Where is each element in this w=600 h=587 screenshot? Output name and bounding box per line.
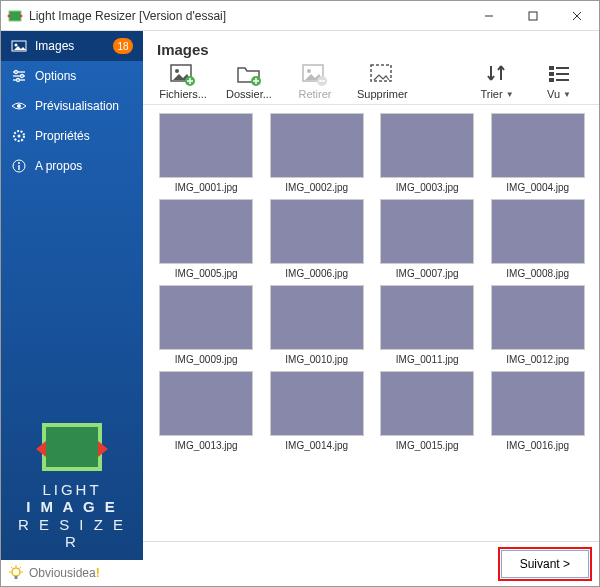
image-thumbnail[interactable]: IMG_0008.jpg bbox=[487, 199, 590, 279]
image-thumbnail[interactable]: IMG_0011.jpg bbox=[376, 285, 479, 365]
maximize-button[interactable] bbox=[511, 1, 555, 31]
thumbnail-caption: IMG_0010.jpg bbox=[285, 354, 348, 365]
sidebar-item-properties[interactable]: Propriétés bbox=[1, 121, 143, 151]
svg-point-11 bbox=[21, 75, 24, 78]
thumbnail-image bbox=[270, 113, 364, 178]
image-thumbnail[interactable]: IMG_0015.jpg bbox=[376, 371, 479, 451]
svg-point-19 bbox=[12, 568, 20, 576]
thumbnail-image bbox=[159, 113, 253, 178]
thumbnail-caption: IMG_0009.jpg bbox=[175, 354, 238, 365]
image-thumbnail[interactable]: IMG_0009.jpg bbox=[155, 285, 258, 365]
toolbar-add-folder[interactable]: Dossier... bbox=[225, 62, 273, 100]
image-thumbnail[interactable]: IMG_0007.jpg bbox=[376, 199, 479, 279]
thumbnail-image bbox=[270, 199, 364, 264]
thumbnail-caption: IMG_0016.jpg bbox=[506, 440, 569, 451]
brand-bar[interactable]: Obviousidea! bbox=[1, 560, 143, 586]
thumbnail-image bbox=[380, 113, 474, 178]
svg-rect-35 bbox=[549, 66, 554, 70]
sidebar-item-label: Images bbox=[35, 39, 74, 53]
gear-icon bbox=[11, 128, 27, 144]
image-gallery: IMG_0001.jpgIMG_0002.jpgIMG_0003.jpgIMG_… bbox=[155, 113, 589, 451]
image-thumbnail[interactable]: IMG_0010.jpg bbox=[266, 285, 369, 365]
close-button[interactable] bbox=[555, 1, 599, 31]
image-add-icon bbox=[169, 62, 197, 86]
svg-point-13 bbox=[17, 104, 21, 108]
brand-text: Obviousidea! bbox=[29, 566, 100, 580]
thumbnail-image bbox=[380, 285, 474, 350]
thumbnail-image bbox=[491, 285, 585, 350]
image-thumbnail[interactable]: IMG_0001.jpg bbox=[155, 113, 258, 193]
sidebar-item-preview[interactable]: Prévisualisation bbox=[1, 91, 143, 121]
minimize-button[interactable] bbox=[467, 1, 511, 31]
image-thumbnail[interactable]: IMG_0012.jpg bbox=[487, 285, 590, 365]
image-thumbnail[interactable]: IMG_0004.jpg bbox=[487, 113, 590, 193]
window-title: Light Image Resizer [Version d'essai] bbox=[29, 9, 226, 23]
thumbnail-caption: IMG_0014.jpg bbox=[285, 440, 348, 451]
thumbnail-caption: IMG_0006.jpg bbox=[285, 268, 348, 279]
thumbnail-caption: IMG_0002.jpg bbox=[285, 182, 348, 193]
toolbar-label: Supprimer bbox=[357, 88, 408, 100]
image-thumbnail[interactable]: IMG_0013.jpg bbox=[155, 371, 258, 451]
eye-icon bbox=[11, 98, 27, 114]
thumbnail-image bbox=[491, 199, 585, 264]
image-thumbnail[interactable]: IMG_0003.jpg bbox=[376, 113, 479, 193]
svg-point-12 bbox=[17, 79, 20, 82]
thumbnail-image bbox=[380, 199, 474, 264]
thumbnail-caption: IMG_0015.jpg bbox=[396, 440, 459, 451]
thumbnail-image bbox=[270, 285, 364, 350]
svg-point-15 bbox=[18, 135, 21, 138]
footer: Suivant > bbox=[143, 541, 599, 586]
chevron-down-icon: ▼ bbox=[506, 90, 514, 99]
toolbar-view[interactable]: Vu▼ bbox=[535, 62, 583, 100]
image-thumbnail[interactable]: IMG_0002.jpg bbox=[266, 113, 369, 193]
sidebar-item-images[interactable]: Images 18 bbox=[1, 31, 143, 61]
toolbar-label: Trier bbox=[480, 88, 502, 100]
svg-rect-40 bbox=[556, 79, 569, 81]
toolbar-add-files[interactable]: Fichiers... bbox=[159, 62, 207, 100]
svg-rect-39 bbox=[556, 73, 569, 75]
sort-icon bbox=[483, 62, 511, 86]
images-icon bbox=[11, 38, 27, 54]
image-thumbnail[interactable]: IMG_0006.jpg bbox=[266, 199, 369, 279]
thumbnail-image bbox=[491, 371, 585, 436]
toolbar-delete[interactable]: Supprimer bbox=[357, 62, 408, 100]
thumbnail-caption: IMG_0001.jpg bbox=[175, 182, 238, 193]
svg-rect-37 bbox=[549, 78, 554, 82]
thumbnail-image bbox=[380, 371, 474, 436]
thumbnail-caption: IMG_0005.jpg bbox=[175, 268, 238, 279]
svg-point-28 bbox=[175, 69, 179, 73]
sidebar-item-label: Options bbox=[35, 69, 76, 83]
thumbnail-caption: IMG_0012.jpg bbox=[506, 354, 569, 365]
image-thumbnail[interactable]: IMG_0005.jpg bbox=[155, 199, 258, 279]
app-icon bbox=[7, 8, 23, 24]
toolbar-label: Dossier... bbox=[226, 88, 272, 100]
thumbnail-image bbox=[159, 371, 253, 436]
svg-rect-2 bbox=[529, 12, 537, 20]
image-thumbnail[interactable]: IMG_0016.jpg bbox=[487, 371, 590, 451]
thumbnail-image bbox=[491, 113, 585, 178]
image-remove-icon bbox=[301, 62, 329, 86]
sidebar: Images 18 Options Prévisualisation Propr… bbox=[1, 31, 143, 586]
thumbnail-caption: IMG_0004.jpg bbox=[506, 182, 569, 193]
next-button[interactable]: Suivant > bbox=[501, 550, 589, 578]
image-gallery-scroll[interactable]: IMG_0001.jpgIMG_0002.jpgIMG_0003.jpgIMG_… bbox=[155, 113, 595, 533]
thumbnail-caption: IMG_0013.jpg bbox=[175, 440, 238, 451]
sidebar-item-options[interactable]: Options bbox=[1, 61, 143, 91]
page-title: Images bbox=[143, 31, 599, 60]
sidebar-item-about[interactable]: A propos bbox=[1, 151, 143, 181]
thumbnail-caption: IMG_0008.jpg bbox=[506, 268, 569, 279]
sidebar-item-label: Prévisualisation bbox=[35, 99, 119, 113]
toolbar-sort[interactable]: Trier▼ bbox=[473, 62, 521, 100]
svg-rect-36 bbox=[549, 72, 554, 76]
svg-point-32 bbox=[307, 69, 311, 73]
toolbar-label: Vu bbox=[547, 88, 560, 100]
thumbnail-caption: IMG_0007.jpg bbox=[396, 268, 459, 279]
sidebar-item-label: Propriétés bbox=[35, 129, 90, 143]
thumbnail-image bbox=[159, 285, 253, 350]
sidebar-badge: 18 bbox=[113, 38, 133, 54]
toolbar: Fichiers... Dossier... Retirer Supprimer bbox=[143, 60, 599, 105]
toolbar-remove[interactable]: Retirer bbox=[291, 62, 339, 100]
svg-point-10 bbox=[15, 71, 18, 74]
image-thumbnail[interactable]: IMG_0014.jpg bbox=[266, 371, 369, 451]
thumbnail-image bbox=[159, 199, 253, 264]
